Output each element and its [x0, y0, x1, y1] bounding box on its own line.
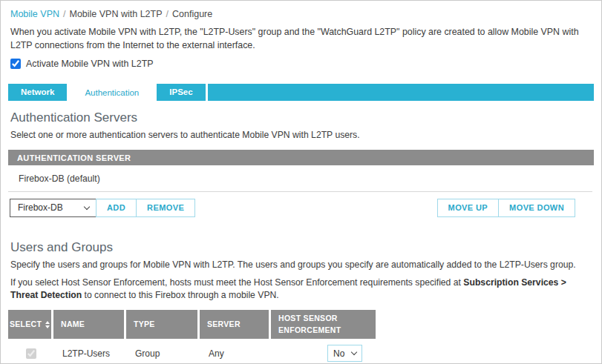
chevron-down-icon: [84, 204, 90, 210]
activate-l2tp-row[interactable]: Activate Mobile VPN with L2TP: [10, 59, 592, 69]
breadcrumb-link-mobile-vpn[interactable]: Mobile VPN: [10, 9, 59, 19]
tab-bar-filler: [208, 84, 594, 101]
move-down-button[interactable]: MOVE DOWN: [498, 199, 575, 217]
auth-server-table-divider: [8, 191, 592, 192]
add-server-button[interactable]: ADD: [96, 199, 137, 217]
move-up-button[interactable]: MOVE UP: [437, 199, 500, 217]
tab-authentication[interactable]: Authentication: [69, 84, 154, 104]
auth-server-select-value: Firebox-DB: [18, 202, 63, 213]
authentication-servers-description: Select one or more authentication server…: [10, 129, 594, 142]
column-header-name: NAME: [53, 310, 124, 340]
column-header-server: SERVER: [200, 310, 269, 340]
host-sensor-enforcement-select[interactable]: No: [327, 345, 362, 362]
table-row: L2TP-Users Group Any No: [8, 339, 377, 364]
auth-server-row[interactable]: Firebox-DB (default): [1, 165, 601, 191]
breadcrumb-separator: /: [63, 9, 65, 19]
row-select-checkbox: [26, 348, 36, 359]
breadcrumb-item-configure: Configure: [172, 9, 212, 19]
tab-ipsec[interactable]: IPSec: [157, 84, 205, 101]
activate-l2tp-checkbox[interactable]: [10, 59, 21, 69]
activate-l2tp-label: Activate Mobile VPN with L2TP: [26, 59, 153, 69]
breadcrumb: Mobile VPN/Mobile VPN with L2TP/Configur…: [1, 1, 601, 19]
row-server-cell: Any: [200, 348, 271, 359]
tab-network[interactable]: Network: [8, 84, 67, 101]
users-groups-description-2: If you select Host Sensor Enforcement, h…: [10, 277, 594, 302]
row-host-sensor-cell: No: [271, 345, 377, 362]
column-header-host-sensor-enforcement: HOST SENSOR ENFORCEMENT: [271, 310, 376, 340]
auth-server-controls: Firebox-DB ADD REMOVE MOVE UP MOVE DOWN: [10, 199, 575, 217]
row-type-cell: Group: [126, 348, 200, 359]
intro-description: When you activate Mobile VPN with L2TP, …: [10, 26, 594, 52]
host-sensor-text-suffix: to connect to this Firebox through a mob…: [82, 290, 279, 300]
chevron-down-icon: [351, 349, 357, 355]
column-header-type: TYPE: [126, 310, 197, 340]
auth-server-select[interactable]: Firebox-DB: [10, 199, 96, 217]
row-name-cell: L2TP-Users: [53, 348, 126, 359]
host-sensor-text-prefix: If you select Host Sensor Enforcement, h…: [10, 277, 463, 288]
tab-bar: Network Authentication IPSec: [8, 84, 594, 104]
authentication-servers-title: Authentication Servers: [10, 110, 592, 125]
users-groups-table-header-row: SELECT NAME TYPE SERVER HOST SENSOR ENFO…: [8, 310, 377, 340]
column-header-select[interactable]: SELECT: [8, 310, 51, 340]
breadcrumb-separator: /: [166, 9, 169, 19]
mobile-vpn-l2tp-configure-page: Mobile VPN/Mobile VPN with L2TP/Configur…: [0, 0, 602, 364]
sort-icon: [45, 321, 50, 328]
users-groups-description-1: Specify the users and groups for Mobile …: [10, 259, 594, 272]
auth-server-table-header: AUTHENTICATION SERVER: [8, 150, 594, 165]
breadcrumb-item-l2tp: Mobile VPN with L2TP: [69, 9, 162, 19]
users-groups-title: Users and Groups: [10, 240, 592, 255]
remove-server-button[interactable]: REMOVE: [136, 199, 195, 217]
row-select-cell: [8, 348, 53, 359]
users-groups-table: SELECT NAME TYPE SERVER HOST SENSOR ENFO…: [8, 310, 377, 364]
